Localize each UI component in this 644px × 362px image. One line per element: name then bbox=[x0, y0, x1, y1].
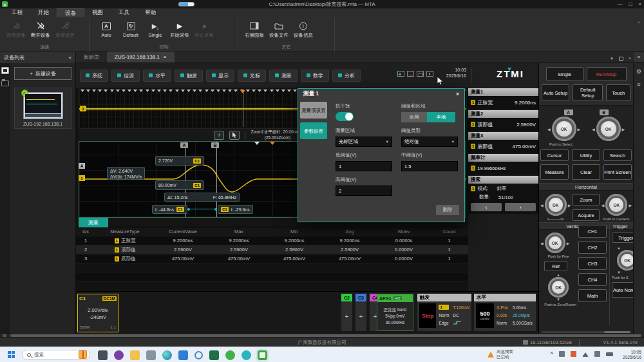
table-row[interactable]: 1 1正脉宽 9.2000ns9.2000ns 9.2000ns9.2000ns… bbox=[76, 236, 468, 245]
tab-device[interactable]: ZUS-192.168.138.1 × bbox=[107, 52, 175, 62]
add-device-button[interactable]: + 新建设备 bbox=[14, 67, 71, 80]
cursor-b-line[interactable] bbox=[216, 142, 217, 217]
settings-gear-icon[interactable]: ⚙ bbox=[636, 68, 641, 75]
scope-menu-trigger[interactable]: 触发 bbox=[175, 70, 203, 82]
utility-button[interactable]: Utility bbox=[572, 149, 600, 161]
minimize-button[interactable]: — bbox=[617, 1, 622, 7]
file-explorer-icon[interactable] bbox=[130, 350, 140, 360]
project-folder-icon[interactable] bbox=[1, 81, 9, 86]
trigger-level-knob[interactable]: OK bbox=[617, 250, 633, 271]
measure-panel-button[interactable]: Measure bbox=[540, 164, 569, 180]
stop-acquire-button[interactable]: ■ 停止采集 bbox=[193, 19, 215, 40]
window-minimize-icon[interactable] bbox=[407, 71, 414, 77]
tray-app-icon[interactable] bbox=[571, 351, 576, 357]
default-setup-button[interactable]: Default Setup bbox=[573, 84, 603, 101]
device-file-button[interactable]: 设备文件 bbox=[268, 19, 290, 40]
device-card[interactable]: ✓ ZUS-192.168.138.1 bbox=[14, 88, 71, 129]
ch2-button[interactable]: CH2 bbox=[578, 241, 607, 254]
knob-b[interactable]: ◀ OK ▶ bbox=[592, 117, 625, 141]
app-purple-icon[interactable] bbox=[114, 350, 124, 360]
auto-button[interactable]: A Auto bbox=[95, 19, 117, 40]
ch3-button[interactable]: CH3 bbox=[578, 257, 607, 270]
sidebar-collapse-icon[interactable]: « bbox=[69, 55, 71, 61]
auto-setup-button[interactable]: Auto Setup bbox=[542, 84, 569, 101]
trigger-menu-button[interactable]: Trigger bbox=[612, 233, 633, 243]
zoom-position-line[interactable] bbox=[243, 92, 243, 127]
knob-a[interactable]: ◀ OK ▶ bbox=[547, 117, 580, 141]
tab-group-close-icon[interactable]: × bbox=[629, 56, 631, 61]
table-row[interactable]: 2 1顶部值 2.5900V2.5900V 2.5900V2.5900V 0.0… bbox=[76, 245, 468, 254]
scope-menu-source[interactable]: 信源 bbox=[111, 70, 140, 82]
right-panel-button[interactable]: 右侧面板 bbox=[243, 19, 265, 40]
search-app-icon[interactable] bbox=[194, 351, 203, 359]
menu-tools[interactable]: 工具 bbox=[111, 8, 137, 17]
wifi-icon[interactable] bbox=[582, 349, 589, 357]
single-panel-button[interactable]: Single bbox=[546, 67, 583, 81]
volume-icon[interactable] bbox=[594, 351, 600, 357]
connection-settings-button[interactable]: 连接设置 bbox=[54, 19, 76, 40]
search-promo-icon[interactable] bbox=[79, 350, 87, 359]
local-option[interactable]: 本地 bbox=[427, 112, 455, 122]
search-next-button[interactable]: › bbox=[505, 203, 536, 211]
global-option[interactable]: 全局 bbox=[401, 112, 427, 122]
device-info-button[interactable]: i 设备信息 bbox=[292, 19, 314, 40]
measure-region-select[interactable]: 光标区域▼ bbox=[336, 137, 392, 147]
search-panel-button[interactable]: Search bbox=[603, 149, 632, 161]
scope-menu-display[interactable]: 显示 bbox=[206, 70, 234, 82]
layout-list-icon[interactable]: ≡ bbox=[637, 81, 640, 88]
scope-menu-horizontal[interactable]: 水平 bbox=[143, 70, 171, 82]
panel-collapse-button[interactable]: « bbox=[634, 52, 644, 62]
horizontal-scale-knob[interactable]: ◀ OK ▶ bbox=[601, 194, 632, 216]
dialog-tab-measure-items[interactable]: 测量项设置 bbox=[300, 102, 327, 119]
excel-icon[interactable] bbox=[209, 350, 219, 360]
capture-icon[interactable] bbox=[397, 71, 404, 77]
app-green-icon[interactable] bbox=[225, 350, 235, 360]
zoom-select-button[interactable] bbox=[229, 131, 240, 140]
scope-menu-system[interactable]: 系统 bbox=[80, 70, 108, 82]
disconnect-device-button[interactable]: 断开设备 bbox=[30, 19, 52, 40]
menu-help[interactable]: 帮助 bbox=[137, 8, 164, 17]
tab-close-icon[interactable]: × bbox=[164, 54, 167, 60]
taskbar-clock[interactable]: 10:05 2025/6/16 bbox=[623, 350, 641, 361]
channel-c1-box[interactable]: C1 DC1M 2.00V/div -240mV 500M 1:1 bbox=[77, 294, 118, 332]
scope-menu-cursor[interactable]: 光标 bbox=[238, 70, 266, 82]
low-threshold-input[interactable]: 1 bbox=[336, 161, 392, 171]
tab-home[interactable]: 起始页 bbox=[76, 52, 107, 62]
vertical-scale-knob[interactable]: OK bbox=[548, 277, 569, 298]
edge-browser-icon[interactable] bbox=[162, 350, 172, 360]
temperature-alert[interactable]: 高温预警 已启动 bbox=[488, 349, 513, 360]
horizontal-status-box[interactable]: 水平 500 us/div X-Pos 5.00ms 0.00s 25.0Mpt… bbox=[474, 294, 536, 331]
table-row[interactable]: 3 1底部值 475.00mV475.00mV 475.00mV475.00mV… bbox=[76, 254, 468, 263]
scope-menu-analysis[interactable]: 分析 bbox=[332, 70, 361, 82]
task-view-icon[interactable] bbox=[98, 350, 108, 360]
run-stop-button[interactable]: Run/Stop bbox=[587, 67, 627, 81]
frequency-counter-row[interactable]: 1 19.99660kHz bbox=[468, 162, 538, 175]
default-button[interactable]: ↻ Default bbox=[120, 19, 142, 40]
mid-threshold-input[interactable]: 1.5 bbox=[401, 161, 458, 171]
calculator-icon[interactable] bbox=[146, 350, 156, 360]
auto-normal-button[interactable]: Auto Norma bbox=[612, 282, 633, 298]
ch4-button[interactable]: CH4 bbox=[578, 273, 607, 286]
chat-app-icon[interactable] bbox=[242, 350, 251, 360]
menu-start[interactable]: 开始 bbox=[30, 8, 57, 17]
tray-expand-icon[interactable]: ^ bbox=[550, 351, 553, 357]
tab-dropdown-icon[interactable]: ▼ bbox=[610, 57, 614, 61]
delete-button[interactable]: 删除 bbox=[436, 205, 459, 215]
battery-icon[interactable] bbox=[606, 352, 613, 356]
menu-view[interactable]: 视图 bbox=[84, 8, 111, 17]
single-button[interactable]: ▶1 Single bbox=[144, 19, 166, 40]
menu-device[interactable]: 设备 bbox=[57, 8, 84, 18]
mta-app-icon[interactable] bbox=[258, 350, 267, 360]
ch1-button[interactable]: CH1 bbox=[578, 225, 607, 238]
measurement-3-row[interactable]: 1 底部值 475.00mV bbox=[468, 140, 538, 153]
touch-pointer-icon[interactable] bbox=[426, 71, 433, 77]
panel-scrollbar[interactable] bbox=[542, 331, 630, 333]
menu-project[interactable]: 工程 bbox=[4, 8, 30, 17]
window-float-icon[interactable] bbox=[417, 71, 424, 77]
math-button[interactable]: Math bbox=[578, 289, 607, 302]
anti-noise-toggle[interactable] bbox=[336, 112, 354, 121]
print-screen-button[interactable]: Print Screen bbox=[603, 164, 632, 180]
measure-results-tab[interactable]: 测量 bbox=[79, 218, 108, 227]
high-threshold-input[interactable]: 2 bbox=[336, 186, 392, 196]
app-window-icon[interactable] bbox=[178, 350, 188, 360]
